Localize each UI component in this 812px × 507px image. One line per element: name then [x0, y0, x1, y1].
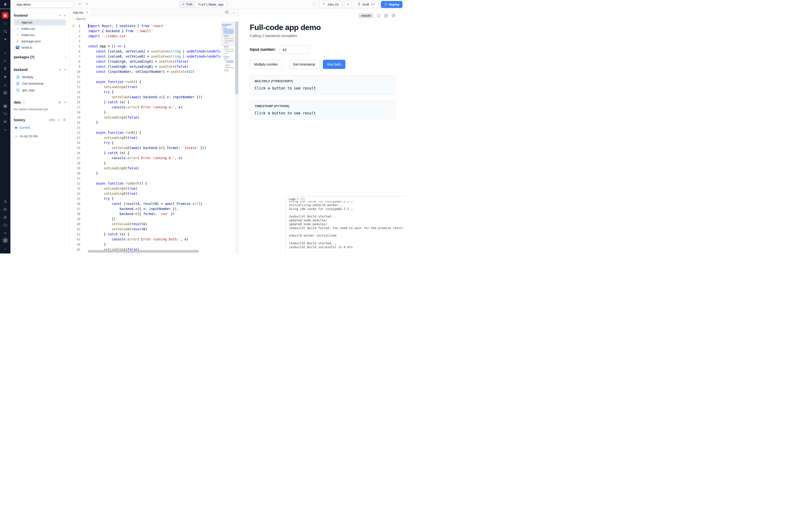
user-icon[interactable] [0, 198, 10, 206]
runnable-get_logs[interactable]: cget_logs [14, 87, 66, 93]
magic-wand-icon[interactable]: ✦ [0, 35, 10, 43]
split-editor-icon[interactable] [225, 10, 228, 14]
path-edit-segment[interactable]: Path [179, 1, 195, 7]
code-line-3[interactable]: 3import './index.css' [70, 34, 235, 39]
mail-icon[interactable]: ✉ [0, 118, 10, 126]
file-index-tsx[interactable]: ✦index.tsx [14, 32, 66, 38]
code-line-10[interactable]: 10 const [inputNumber, setInputNumber] =… [70, 69, 235, 74]
code-line-24[interactable]: 24 try { [70, 140, 235, 146]
logs-header[interactable]: Logs ▾ (75) [286, 196, 406, 201]
code-line-21[interactable]: 21 [70, 125, 235, 130]
folder-icon[interactable] [0, 221, 10, 229]
code-line-2[interactable]: 2import { backend } from './wmill' [70, 29, 235, 34]
code-line-41[interactable]: 41 setValueB(resultB) [70, 227, 235, 232]
vertical-scrollbar-thumb[interactable] [235, 21, 238, 94]
code-line-26[interactable]: 26 } catch (e) { [70, 151, 235, 156]
undo-icon[interactable]: ↶ [78, 2, 82, 6]
draft-button[interactable]: Draft⌘S [354, 1, 379, 8]
code-line-12[interactable]: 12 async function runA() { [70, 79, 235, 84]
file-package-json[interactable]: {}package.json [14, 38, 66, 44]
branch-icon[interactable]: ⌥ [0, 110, 10, 118]
settings-icon[interactable]: ⚙ [0, 206, 10, 213]
run-both-button[interactable]: Run both [323, 60, 345, 69]
horizontal-scrollbar[interactable] [88, 250, 199, 252]
code-line-22[interactable]: 22 async function runB() { [70, 130, 235, 135]
code-line-5[interactable]: 5const App = () => { [70, 44, 235, 49]
history-add-button[interactable]: + [58, 118, 60, 122]
code-line-34[interactable]: 34 setLoadingB(true) [70, 191, 235, 196]
code-line-33[interactable]: 33 setLoadingA(true) [70, 186, 235, 191]
search-icon[interactable] [0, 27, 10, 35]
code-line-25[interactable]: 25 setValueB(await backend.b({ format: '… [70, 146, 235, 151]
code-line-19[interactable]: 19 setLoadingA(false) [70, 115, 235, 120]
home-icon[interactable]: ⌂ [0, 49, 10, 57]
star-icon[interactable]: ☆ [0, 19, 10, 27]
number-input[interactable] [279, 45, 309, 54]
code-line-16[interactable]: 16 } catch (e) { [70, 100, 235, 105]
add-file-button[interactable]: + [59, 13, 61, 17]
code-line-44[interactable]: 44 } [70, 242, 235, 247]
code-line-13[interactable]: 13 setLoadingA(true) [70, 84, 235, 90]
code-line-9[interactable]: 9 const [loadingB, setLoadingB] = useSta… [70, 64, 235, 69]
code-line-14[interactable]: 14 try { [70, 90, 235, 95]
lightbulb-icon[interactable] [72, 24, 75, 29]
code-line-31[interactable]: 31 [70, 176, 235, 181]
code-line-1[interactable]: 1import React, { useState } from 'react' [70, 23, 235, 29]
open-external-icon[interactable] [384, 14, 388, 18]
history-current[interactable]: ▣ Current [15, 125, 66, 130]
apps-grid-icon[interactable]: ⊞ [0, 213, 10, 221]
schedules-icon[interactable]: ▤ [0, 89, 10, 97]
add-runnable-button[interactable]: + [59, 68, 61, 72]
menu-icon[interactable]: ≡ [0, 229, 10, 237]
redo-icon[interactable]: ↷ [86, 2, 89, 6]
code-line-15[interactable]: 15 setValueA(await backend.a({ x: inputN… [70, 95, 235, 100]
kebab-menu-icon[interactable]: ⋮ [310, 2, 317, 6]
ai-wand-button[interactable]: ✦ [344, 1, 352, 8]
windmill-logo[interactable]: ✳ [0, 0, 10, 9]
deploy-button[interactable]: Deploy [381, 1, 402, 8]
file-app-tsx[interactable]: ✦App.tsx [14, 19, 66, 25]
refresh-icon[interactable] [391, 14, 395, 18]
data-settings-icon[interactable]: ⚙ [58, 100, 61, 104]
add-folder-button[interactable]: + [64, 13, 66, 17]
avatar[interactable] [0, 237, 10, 244]
code-line-35[interactable]: 35 try { [70, 196, 235, 201]
code-line-4[interactable]: 4 [70, 39, 235, 44]
minimap[interactable] [220, 21, 235, 253]
code-line-18[interactable]: 18 } [70, 110, 235, 115]
tab-app-tsx[interactable]: App.tsx × [70, 9, 92, 16]
get-timestamp-button[interactable]: Get timestamp [289, 60, 320, 69]
code-line-27[interactable]: 27 console.error('Error running b:', e) [70, 156, 235, 161]
code-line-7[interactable]: 7 const [valueB, setValueB] = useState<s… [70, 54, 235, 59]
code-line-42[interactable]: 42 } catch (e) { [70, 232, 235, 237]
code-line-20[interactable]: 20 } [70, 120, 235, 125]
app-editor-tile[interactable]: ▦ [0, 11, 10, 19]
inspect-icon[interactable] [377, 14, 381, 18]
code-line-23[interactable]: 23 setLoadingB(true) [70, 135, 235, 140]
code-line-36[interactable]: 36 const [resultA, resultB] = await Prom… [70, 201, 235, 206]
runnable-multiply[interactable]: aMultiply [14, 74, 66, 80]
code-line-39[interactable]: 39 ]) [70, 217, 235, 222]
triggers-icon[interactable]: △ [0, 80, 10, 89]
app-name-input[interactable] [14, 1, 73, 8]
editor-more-icon[interactable]: ⋯ [232, 11, 235, 14]
add-runnable-file-button[interactable]: + [64, 68, 66, 72]
variables-icon[interactable]: $ [0, 65, 10, 72]
runnable-get-timestamp[interactable]: bGet timestamp [14, 80, 66, 87]
runs-icon[interactable]: ▷ [0, 57, 10, 65]
code-line-29[interactable]: 29 setLoadingB(false) [70, 166, 235, 171]
multiply-number-button[interactable]: Multiply number [250, 60, 282, 69]
code-line-17[interactable]: 17 console.error('Error running a:', e) [70, 105, 235, 110]
code-line-28[interactable]: 28 } [70, 161, 235, 166]
resources-icon[interactable]: ◈ [0, 72, 10, 80]
file-index-css[interactable]: #index.css [14, 25, 66, 32]
add-table-button[interactable]: + [64, 100, 66, 104]
code-area[interactable]: 1import React, { useState } from 'react'… [70, 21, 238, 253]
packages-toggle[interactable]: packages (7) › [14, 53, 66, 61]
calendar-icon[interactable]: ▦ [0, 102, 10, 110]
code-line-37[interactable]: 37 backend.a({ x: inputNumber }), [70, 206, 235, 211]
add-icon[interactable]: + [0, 126, 10, 134]
path-pill[interactable]: Path f/all/demo_app [179, 1, 226, 8]
code-line-40[interactable]: 40 setValueA(resultA) [70, 222, 235, 227]
camera-icon[interactable] [63, 118, 66, 122]
